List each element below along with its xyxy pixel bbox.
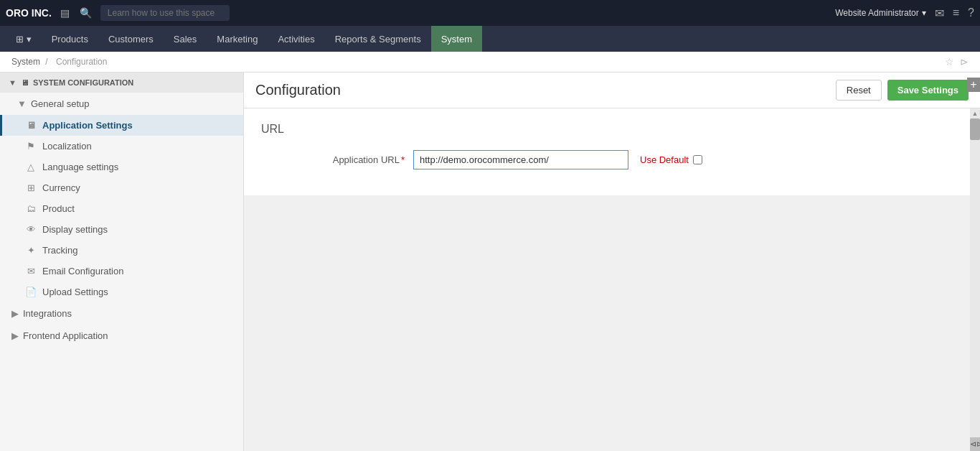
sidebar-item-product[interactable]: 🗂 Product	[0, 198, 243, 219]
top-bar: ORO INC. ▤ 🔍 Website Administrator ▾ ✉ ≡…	[0, 0, 980, 26]
arrow-right-icon2: ▶	[11, 330, 19, 341]
sidebar-section-icon: 🖥	[21, 78, 29, 87]
pin-icon[interactable]: ⊳	[960, 56, 969, 68]
email-icon: ✉	[25, 266, 37, 276]
nav-item-products[interactable]: Products	[42, 26, 98, 52]
page-title: Configuration	[255, 82, 341, 98]
breadcrumb: System / Configuration	[11, 57, 110, 67]
sidebar-section-label: SYSTEM CONFIGURATION	[33, 78, 133, 87]
breadcrumb-system[interactable]: System	[11, 57, 40, 67]
menu-icon[interactable]: ≡	[953, 6, 959, 19]
language-icon: △	[25, 162, 37, 172]
plus-button[interactable]: +	[967, 78, 980, 92]
save-settings-button[interactable]: Save Settings	[887, 80, 969, 101]
nav-item-activities[interactable]: Activities	[268, 26, 324, 52]
sidebar-item-label: Tracking	[42, 245, 77, 256]
top-bar-right: Website Administrator ▾ ✉ ≡ ?	[835, 6, 974, 20]
sidebar-item-label: Display settings	[42, 224, 108, 235]
collapse-icon[interactable]: ▼	[9, 78, 17, 87]
sidebar-item-label: Currency	[42, 182, 80, 193]
sidebar-item-upload-settings[interactable]: 📄 Upload Settings	[0, 282, 243, 302]
monitor-icon: 🖥	[25, 120, 37, 131]
star-icon[interactable]: ☆	[945, 56, 954, 68]
form-row-application-url: Application URL* Use Default	[261, 150, 963, 169]
use-default-checkbox[interactable]	[693, 155, 702, 164]
mail-icon[interactable]: ✉	[935, 6, 944, 20]
nav-item-system[interactable]: System	[431, 26, 482, 52]
nav-item-marketing[interactable]: Marketing	[207, 26, 268, 52]
sidebar-group-integrations[interactable]: ▶ Integrations	[0, 302, 243, 325]
sidebar-item-label: Upload Settings	[42, 287, 108, 297]
use-default-label: Use Default	[640, 154, 689, 165]
search-input[interactable]	[100, 5, 230, 21]
logo: ORO INC.	[6, 7, 52, 19]
right-panel: Configuration Reset Save Settings URL Ap…	[244, 73, 980, 451]
sidebar-item-label: Application Settings	[42, 120, 133, 131]
sidebar: ▼ 🖥 SYSTEM CONFIGURATION ▼ General setup…	[0, 73, 244, 451]
page-header: Configuration Reset Save Settings	[244, 73, 980, 108]
content-card: URL Application URL* Use Default	[244, 108, 980, 195]
sidebar-group-general-setup[interactable]: ▼ General setup	[0, 93, 243, 115]
scroll-track	[970, 118, 980, 441]
sidebar-item-label: Localization	[42, 141, 92, 152]
search-icon[interactable]: 🔍	[77, 6, 95, 20]
breadcrumb-actions: ☆ ⊳	[945, 56, 969, 68]
arrow-down-icon: ▼	[17, 98, 27, 109]
sidebar-item-email-configuration[interactable]: ✉ Email Configuration	[0, 261, 243, 282]
sidebar-item-label: Language settings	[42, 162, 118, 172]
required-marker: *	[401, 154, 405, 165]
help-icon[interactable]: ?	[968, 6, 974, 19]
reset-button[interactable]: Reset	[836, 80, 882, 101]
nav-item-customers[interactable]: Customers	[98, 26, 164, 52]
sidebar-group-frontend-application[interactable]: ▶ Frontend Application	[0, 325, 243, 347]
sidebar-group-label-general: General setup	[31, 98, 90, 109]
flag-icon: ⚑	[25, 141, 37, 152]
currency-icon: ⊞	[25, 182, 37, 193]
nav-grid-icon[interactable]: ⊞ ▾	[6, 26, 42, 52]
right-panel-body: URL Application URL* Use Default ▲	[244, 108, 980, 451]
sidebar-item-label: Email Configuration	[42, 266, 123, 276]
product-icon: 🗂	[25, 203, 37, 214]
top-bar-icon-group: ▤ 🔍	[57, 6, 95, 20]
application-url-input[interactable]	[413, 150, 628, 169]
sidebar-item-language-settings[interactable]: △ Language settings	[0, 157, 243, 177]
header-buttons: Reset Save Settings	[836, 80, 969, 101]
sidebar-item-tracking[interactable]: ✦ Tracking	[0, 240, 243, 261]
sidebar-item-label: Product	[42, 203, 75, 214]
breadcrumb-bar: System / Configuration ☆ ⊳	[0, 52, 980, 73]
breadcrumb-separator: /	[45, 57, 50, 67]
app-layout: ORO INC. ▤ 🔍 Website Administrator ▾ ✉ ≡…	[0, 0, 980, 451]
sidebar-section-header: ▼ 🖥 SYSTEM CONFIGURATION	[0, 73, 243, 93]
sidebar-item-application-settings[interactable]: 🖥 Application Settings	[0, 115, 243, 136]
scroll-thumb[interactable]	[970, 118, 980, 140]
content-area: ▼ 🖥 SYSTEM CONFIGURATION ▼ General setup…	[0, 73, 980, 451]
nav-item-sales[interactable]: Sales	[164, 26, 207, 52]
grid-icon[interactable]: ▤	[57, 6, 72, 20]
tracking-icon: ✦	[25, 245, 37, 256]
scroll-up-btn[interactable]: ▲	[971, 108, 980, 118]
sidebar-group-label-frontend: Frontend Application	[23, 330, 108, 341]
sidebar-item-currency[interactable]: ⊞ Currency	[0, 177, 243, 198]
section-title: URL	[261, 123, 963, 136]
chevron-down-icon: ▾	[922, 8, 926, 18]
breadcrumb-configuration: Configuration	[56, 57, 107, 67]
eye-icon: 👁	[25, 224, 37, 235]
nav-item-reports[interactable]: Reports & Segments	[325, 26, 431, 52]
sidebar-item-localization[interactable]: ⚑ Localization	[0, 136, 243, 157]
arrow-right-icon: ▶	[11, 308, 19, 319]
main-nav: ⊞ ▾ Products Customers Sales Marketing A…	[0, 26, 980, 52]
upload-icon: 📄	[25, 287, 37, 297]
sidebar-item-display-settings[interactable]: 👁 Display settings	[0, 219, 243, 240]
sidebar-group-label-integrations: Integrations	[23, 308, 72, 319]
application-url-label: Application URL*	[290, 154, 405, 165]
collapse-panel-button[interactable]: ⊲⊳	[970, 437, 980, 451]
admin-label[interactable]: Website Administrator ▾	[835, 8, 926, 18]
scrollbar: ▲ ▼	[970, 108, 980, 451]
